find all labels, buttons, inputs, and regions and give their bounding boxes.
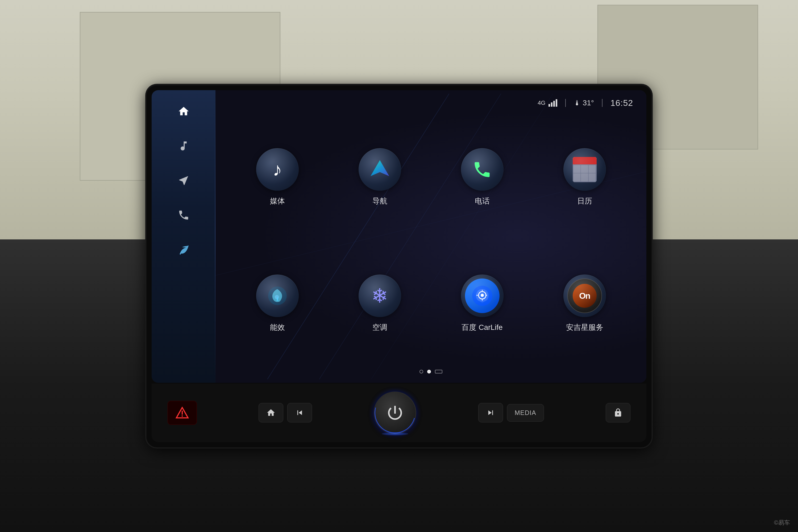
svg-point-6 bbox=[275, 295, 279, 299]
signal-bar-1 bbox=[549, 104, 550, 107]
svg-point-9 bbox=[481, 294, 484, 297]
nav-arrow-icon bbox=[178, 174, 190, 187]
app-item-onstar[interactable]: On 安吉星服务 bbox=[564, 274, 606, 332]
leaf-energy-icon bbox=[267, 285, 288, 306]
4g-label: 4G bbox=[537, 99, 545, 107]
infotainment-screen: 4G 🌡 31° bbox=[152, 90, 646, 383]
svg-point-8 bbox=[478, 291, 486, 299]
app-icon-calendar bbox=[564, 148, 606, 191]
lock-button[interactable] bbox=[606, 403, 630, 422]
page-dot-2[interactable] bbox=[427, 370, 431, 374]
main-content-area: 4G 🌡 31° bbox=[215, 90, 646, 383]
lock-icon bbox=[613, 408, 623, 417]
app-item-calendar[interactable]: 日历 bbox=[564, 148, 606, 206]
signal-bar-3 bbox=[553, 101, 555, 107]
app-label-media: 媒体 bbox=[270, 196, 285, 206]
app-label-ac: 空调 bbox=[373, 322, 387, 332]
carlife-bg bbox=[465, 279, 499, 313]
leaf-icon-sidebar bbox=[178, 244, 190, 255]
left-controls-group bbox=[259, 403, 312, 422]
page-rect-3[interactable] bbox=[435, 370, 442, 374]
app-label-navigation: 导航 bbox=[373, 196, 387, 206]
status-bar: 4G 🌡 31° bbox=[537, 98, 633, 108]
sidebar-item-energy[interactable] bbox=[173, 239, 194, 261]
app-item-navigation[interactable]: 导航 bbox=[359, 148, 401, 206]
head-unit-bezel: 4G 🌡 31° bbox=[146, 85, 652, 448]
sidebar-item-navigation[interactable] bbox=[173, 170, 194, 191]
signal-indicator: 4G bbox=[537, 99, 557, 107]
page-dot-1[interactable] bbox=[419, 370, 423, 374]
app-item-energy[interactable]: 能效 bbox=[256, 274, 299, 332]
onstar-bg: On bbox=[567, 279, 602, 313]
app-grid: ♪ 媒体 bbox=[231, 119, 630, 361]
thermometer-icon: 🌡 bbox=[574, 99, 581, 107]
sidebar bbox=[152, 90, 215, 383]
home-ctrl-icon bbox=[266, 408, 276, 417]
signal-bar-4 bbox=[556, 99, 557, 107]
navigation-icon-svg bbox=[369, 159, 391, 180]
temperature-display: 🌡 31° bbox=[574, 99, 594, 107]
home-icon bbox=[178, 105, 190, 117]
phone-icon-sidebar bbox=[178, 209, 190, 221]
control-panel: MEDIA bbox=[152, 384, 646, 442]
carlife-svg bbox=[472, 285, 493, 306]
calendar-body bbox=[573, 165, 597, 182]
next-track-icon bbox=[486, 408, 495, 417]
phone-handset-icon bbox=[472, 159, 492, 179]
app-label-onstar: 安吉星服务 bbox=[566, 322, 603, 332]
media-button[interactable]: MEDIA bbox=[507, 404, 544, 422]
app-item-media[interactable]: ♪ 媒体 bbox=[256, 148, 299, 206]
prev-track-icon bbox=[295, 408, 304, 417]
music-icon bbox=[178, 140, 190, 152]
cal-cell-3 bbox=[589, 165, 596, 173]
power-knob[interactable] bbox=[374, 392, 416, 434]
app-icon-energy bbox=[256, 274, 299, 317]
hazard-button[interactable] bbox=[168, 401, 197, 425]
app-item-phone[interactable]: 电话 bbox=[461, 148, 504, 206]
power-ring bbox=[367, 385, 423, 440]
app-icon-media: ♪ bbox=[256, 148, 299, 191]
svg-point-7 bbox=[472, 286, 492, 306]
cal-cell-6 bbox=[589, 173, 596, 182]
next-track-button[interactable] bbox=[478, 403, 503, 422]
media-label-text: MEDIA bbox=[515, 409, 536, 417]
right-controls-group: MEDIA bbox=[478, 403, 544, 422]
music-note-icon: ♪ bbox=[273, 159, 282, 180]
app-label-calendar: 日历 bbox=[577, 196, 592, 206]
app-item-ac[interactable]: ❄ 空调 bbox=[359, 274, 401, 332]
app-label-phone: 电话 bbox=[475, 196, 490, 206]
app-icon-carlife bbox=[461, 274, 504, 317]
app-icon-navigation bbox=[359, 148, 401, 191]
sidebar-item-home[interactable] bbox=[173, 101, 194, 122]
sidebar-item-phone[interactable] bbox=[173, 205, 194, 226]
status-divider-2 bbox=[602, 99, 603, 107]
cal-cell-5 bbox=[581, 173, 588, 182]
status-divider-1 bbox=[565, 99, 566, 107]
onstar-inner-circle: On bbox=[573, 284, 597, 308]
calendar-icon-visual bbox=[573, 157, 597, 182]
cal-cell-4 bbox=[573, 173, 581, 182]
app-icon-onstar: On bbox=[564, 274, 606, 317]
clock-display: 16:52 bbox=[610, 98, 633, 108]
app-icon-phone bbox=[461, 148, 504, 191]
svg-marker-4 bbox=[370, 160, 389, 176]
app-icon-ac: ❄ bbox=[359, 274, 401, 317]
snowflake-icon: ❄ bbox=[371, 286, 388, 306]
app-item-carlife[interactable]: 百度 CarLife bbox=[461, 274, 504, 332]
signal-bars bbox=[549, 99, 557, 107]
page-indicators bbox=[419, 370, 442, 374]
cal-cell-1 bbox=[573, 165, 581, 173]
prev-track-button[interactable] bbox=[287, 403, 312, 422]
app-label-energy: 能效 bbox=[270, 322, 285, 332]
svg-point-16 bbox=[182, 416, 183, 417]
signal-bar-2 bbox=[551, 102, 552, 107]
watermark: ©易车 bbox=[774, 519, 790, 527]
app-label-carlife: 百度 CarLife bbox=[461, 322, 502, 332]
onstar-text: On bbox=[579, 291, 590, 301]
temperature-value: 31° bbox=[583, 99, 594, 107]
calendar-header bbox=[573, 157, 597, 165]
head-unit-wrapper: 4G 🌡 31° bbox=[146, 85, 652, 448]
home-button[interactable] bbox=[259, 403, 283, 422]
sidebar-item-music[interactable] bbox=[173, 135, 194, 157]
hazard-triangle-icon bbox=[175, 407, 189, 419]
